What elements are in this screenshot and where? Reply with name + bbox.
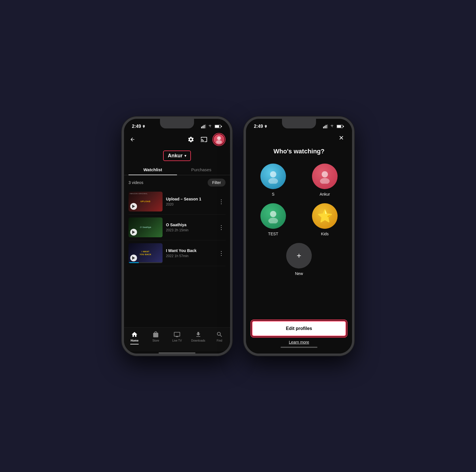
video-thumb-iwant: I WANTYOU BACK [129,243,163,263]
video-title-iwant: I Want You Back [166,248,214,253]
profiles-grid: S Ankur [252,164,346,236]
profile-item-s[interactable]: S [260,164,286,196]
nav-store[interactable]: Store [145,330,167,346]
video-info-iwant: I Want You Back 2022 1h 57min [166,248,214,258]
svg-rect-5 [215,125,219,128]
top-bar-icons [186,133,226,146]
close-button[interactable]: ✕ [336,133,346,143]
nav-home[interactable]: Home [124,330,145,346]
svg-rect-0 [201,126,202,128]
nav-livetv[interactable]: Live TV [167,330,188,346]
cast-icon [201,136,207,143]
svg-point-7 [217,136,221,140]
svg-point-8 [216,140,222,144]
signal-icon-left [201,124,206,128]
settings-button[interactable] [186,135,195,144]
iwant-label: I WANTYOU BACK [140,250,151,255]
svg-rect-2 [204,125,205,128]
svg-rect-11 [326,125,327,128]
signal-icon-right [323,124,328,128]
tab-purchases[interactable]: Purchases [177,164,226,175]
learn-more-link[interactable]: Learn more [252,340,346,344]
filter-button[interactable]: Filter [208,179,226,187]
profile-name-s: S [272,192,274,196]
camera-notch-right [292,124,298,128]
profile-name-test: TEST [268,232,278,236]
back-icon [130,137,135,142]
play-overlay-saathiya [130,229,137,236]
videos-header: 3 videos Filter [124,175,230,189]
svg-rect-6 [221,126,222,127]
back-button[interactable] [129,136,136,143]
user-name-box[interactable]: Ankur ▾ [163,151,191,161]
video-thumb-upload: AMAZON ORIGINAL UPLOAD [129,192,163,211]
tab-watchlist[interactable]: Watchlist [129,164,177,175]
home-indicator-right [281,347,317,348]
new-profile-row: + New [252,243,346,276]
location-icon-right [264,125,268,128]
star-icon: ⭐ [317,209,333,223]
profile-button[interactable] [212,133,226,146]
profile-item-ankur[interactable]: Ankur [312,164,338,196]
home-icon [131,331,138,338]
video-info-saathiya: O Saathiya 2023 2h 15min [166,223,214,232]
more-menu-upload[interactable]: ⋮ [217,196,226,207]
play-icon-2 [132,230,135,234]
status-icons-left [201,124,222,128]
more-menu-iwant[interactable]: ⋮ [217,248,226,258]
profile-item-test[interactable]: TEST [260,203,286,236]
right-phone: 2:49 ✕ Who's watching? [244,117,354,356]
person-icon-test [266,209,281,223]
edit-profiles-button[interactable]: Edit profiles [252,321,346,336]
person-svg-highlighted [214,132,224,147]
nav-downloads[interactable]: Downloads [188,330,209,346]
video-thumb-saathiya: O Saathiya [129,217,163,237]
svg-point-18 [322,171,328,177]
play-icon [132,205,135,208]
left-phone: 2:49 [122,117,232,356]
home-indicator-left [159,352,195,354]
store-icon [152,331,159,338]
location-icon-left [142,125,146,128]
profile-item-kids[interactable]: ⭐ Kids [312,203,338,236]
battery-icon-left [215,124,222,128]
profile-item-new[interactable]: + New [286,243,312,276]
top-bar [124,131,230,149]
svg-rect-10 [325,126,325,128]
amazon-badge: AMAZON ORIGINAL [130,193,148,194]
status-bar-right: 2:49 [246,120,352,131]
dropdown-icon: ▾ [184,153,186,158]
more-menu-saathiya[interactable]: ⋮ [217,222,226,232]
add-icon: + [297,251,301,260]
who-title: Who's watching? [252,148,346,155]
nav-livetv-label: Live TV [172,339,182,342]
downloads-icon [195,331,202,338]
profile-avatar-s [260,164,286,189]
nav-find[interactable]: Find [209,330,230,346]
play-icon-3 [132,256,135,260]
video-item-saathiya[interactable]: O Saathiya O Saathiya 2023 2h 15min ⋮ [129,215,226,240]
cast-button[interactable] [199,135,208,144]
svg-rect-12 [327,124,328,128]
person-icon-ankur [317,169,332,184]
user-name-bar[interactable]: Ankur ▾ [124,149,230,164]
livetv-icon [174,331,180,338]
status-icons-right [323,124,344,128]
video-item-upload[interactable]: AMAZON ORIGINAL UPLOAD Upload – Season 1… [129,189,226,215]
svg-point-19 [320,178,330,184]
video-list: AMAZON ORIGINAL UPLOAD Upload – Season 1… [124,189,230,327]
video-meta-upload: 2020 [166,202,214,206]
video-item-iwant[interactable]: I WANTYOU BACK I Want You Back 2022 1h 5… [129,240,226,266]
app-content-left: Ankur ▾ Watchlist Purchases 3 videos [124,131,230,354]
person-icon-s [266,169,281,184]
bottom-nav: Home Store Live TV Downloads [124,327,230,351]
status-time-right: 2:49 [254,124,263,129]
profile-avatar-ankur [312,164,338,189]
nav-home-label: Home [131,339,139,342]
nav-store-label: Store [152,339,159,342]
camera-notch-left [170,124,176,128]
video-title-saathiya: O Saathiya [166,223,214,227]
video-meta-saathiya: 2023 2h 15min [166,228,214,232]
profile-name-new: New [295,271,303,276]
progress-fill-iwant [129,262,139,263]
